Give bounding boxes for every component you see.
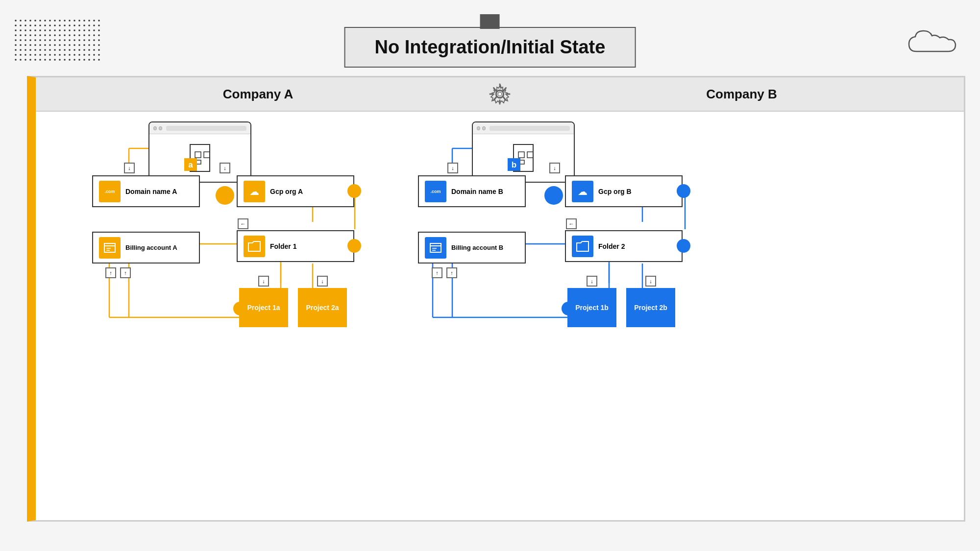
gcporg-circle-a (347, 184, 361, 198)
decorative-dots (15, 20, 103, 64)
folder-b-box: Folder 2 (565, 230, 683, 262)
browser-dot-b2 (482, 126, 486, 130)
building-icon-a: a (180, 140, 220, 176)
billing-icon-b (425, 237, 446, 259)
svg-rect-40 (518, 152, 524, 158)
billing-b-box: Billing account B (418, 232, 526, 264)
project-2a-label: Project 2a (306, 304, 339, 311)
domain-b-box: .com Domain name B (418, 175, 526, 207)
folder-icon-b (572, 236, 593, 257)
diagram-container: Company A Company B (27, 76, 965, 522)
content-area: a ↓ ↓ .com Domain name A ☁ Gcp org A ← (36, 112, 964, 520)
domain-label-a: Domain name A (125, 188, 177, 195)
folder-label-a: Folder 1 (270, 242, 296, 250)
gcporg-label-a: Gcp org A (270, 188, 303, 195)
arrow-up-a2: ↑ (120, 267, 131, 278)
project-1a-circle (233, 302, 247, 315)
svg-point-3 (496, 91, 503, 97)
arrow-folder-a: ← (238, 218, 248, 229)
arrow-project-1b: ↓ (587, 276, 597, 287)
header-row: Company A Company B (36, 77, 964, 112)
browser-dot-1 (153, 126, 157, 130)
svg-rect-35 (104, 243, 115, 252)
page-title: No Integration/Initial State (375, 37, 606, 58)
company-b-header: Company B (519, 87, 964, 102)
folder-a-box: Folder 1 (237, 230, 354, 262)
cloud-icon-a: ☁ (244, 181, 265, 202)
browser-url-bar (166, 126, 246, 131)
browser-url-bar-b (490, 126, 570, 131)
circle-connector-a (216, 186, 234, 205)
gcporg-circle-b (677, 184, 690, 198)
arrow-up-a1: ↑ (105, 267, 116, 278)
arrow-project-1a: ↓ (258, 276, 269, 287)
arrow-up-b1: ↑ (432, 267, 442, 278)
decorative-cloud (906, 27, 965, 56)
project-1b-circle (562, 302, 575, 315)
arrow-domain-b: ↓ (447, 163, 458, 173)
browser-window-b: b (472, 121, 575, 183)
svg-rect-31 (204, 152, 210, 158)
svg-rect-30 (195, 152, 201, 158)
building-icon-b: b (504, 140, 543, 176)
folder-circle-b (677, 239, 690, 253)
svg-rect-1 (15, 20, 103, 64)
circle-connector-b (544, 186, 563, 205)
folder-label-b: Folder 2 (598, 242, 625, 250)
folder-icon-a (244, 236, 265, 257)
svg-rect-45 (430, 243, 441, 252)
browser-dot-b1 (477, 126, 480, 130)
gcporg-a-box: ☁ Gcp org A (237, 175, 354, 207)
arrow-folder-b: ← (566, 218, 577, 229)
folder-circle-a (347, 239, 361, 253)
arrow-gcporg-b: ↓ (549, 163, 560, 173)
arrow-gcporg-a: ↓ (220, 163, 230, 173)
project-1b-label: Project 1b (575, 304, 609, 311)
billing-a-box: Billing account A (92, 232, 200, 264)
svg-text:a: a (188, 160, 193, 169)
project-2b-label: Project 2b (634, 304, 667, 311)
domain-icon-b: .com (425, 181, 446, 202)
domain-icon-a: .com (99, 181, 121, 202)
company-a-header: Company A (36, 87, 480, 102)
arrow-up-b2: ↑ (446, 267, 457, 278)
gcporg-b-box: ☁ Gcp org B (565, 175, 683, 207)
billing-label-a: Billing account A (125, 244, 177, 251)
billing-icon-a (99, 237, 121, 259)
svg-text:b: b (512, 160, 516, 169)
browser-window-a: a (148, 121, 251, 183)
project-1a-label: Project 1a (247, 304, 280, 311)
arrow-project-2b: ↓ (645, 276, 656, 287)
project-2a-box: ↓ Project 2a (298, 288, 347, 327)
browser-dot-2 (159, 126, 162, 130)
domain-a-box: .com Domain name A (92, 175, 200, 207)
gcporg-label-b: Gcp org B (598, 188, 632, 195)
cloud-icon-b: ☁ (572, 181, 593, 202)
arrow-domain-a: ↓ (124, 163, 135, 173)
gear-divider (480, 83, 519, 105)
gear-icon (489, 83, 511, 105)
domain-label-b: Domain name B (451, 188, 503, 195)
title-banner: No Integration/Initial State (344, 27, 636, 68)
arrow-project-2a: ↓ (317, 276, 328, 287)
svg-rect-41 (527, 152, 533, 158)
billing-label-b: Billing account B (451, 244, 503, 251)
project-2b-box: ↓ Project 2b (626, 288, 675, 327)
